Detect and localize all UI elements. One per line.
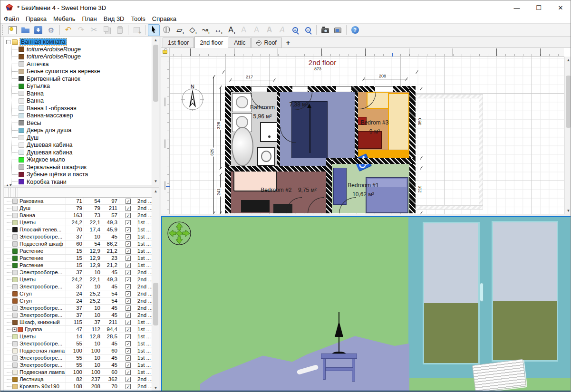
menu-item[interactable]: План: [78, 15, 100, 23]
add-furniture-button[interactable]: [131, 24, 143, 36]
window-icon[interactable]: [336, 86, 351, 92]
visible-checkbox[interactable]: [126, 313, 131, 318]
floor-tab[interactable]: 2nd floor: [194, 37, 228, 48]
plan-canvas[interactable]: 2nd floor N: [170, 57, 564, 214]
dresser-icon[interactable]: [241, 200, 270, 212]
floor-tab[interactable]: Attic: [229, 38, 251, 48]
dimension-line[interactable]: [213, 76, 214, 213]
cut-button[interactable]: ✂: [88, 24, 100, 36]
new-home-button[interactable]: [7, 24, 19, 36]
furniture-row[interactable]: + Электрообогре... 37 10 45 2nd ...: [4, 305, 159, 312]
catalog-item[interactable]: Душевая кабина: [12, 149, 152, 156]
scroll-up-icon[interactable]: ▲: [565, 57, 571, 64]
furniture-row[interactable]: + Подвесная лампа 100 100 60 1st ...: [4, 347, 159, 354]
visible-checkbox[interactable]: [126, 284, 131, 289]
plan-scrollbar[interactable]: ▲ ▼: [564, 57, 571, 214]
furniture-row[interactable]: + Подвесная лампа 100 100 60 1st ...: [4, 369, 159, 376]
room-label-bathroom[interactable]: Bathroom5,96 м²: [242, 103, 283, 121]
room-label-bedroom1[interactable]: Bedroom #110,62 м²: [337, 181, 389, 199]
photo-button[interactable]: [319, 24, 331, 36]
scroll-down-icon[interactable]: ▼: [152, 178, 159, 185]
toolbar-grip[interactable]: [2, 25, 5, 35]
catalog-item[interactable]: Аптечка: [12, 60, 152, 68]
floor-tab[interactable]: 1st floor: [163, 38, 194, 48]
catalog-item[interactable]: Душевая кабина: [12, 142, 152, 149]
visible-checkbox[interactable]: [126, 291, 131, 296]
furniture-row[interactable]: + Лестница 82 237 362 2nd ...: [4, 376, 159, 383]
furniture-catalog-tree[interactable]: − Ванная комната toitureArdoiseRouge toi…: [4, 37, 152, 185]
visible-checkbox[interactable]: [126, 320, 131, 325]
video-button[interactable]: [332, 24, 344, 36]
copy-button[interactable]: [101, 24, 113, 36]
column-header[interactable]: [16, 188, 18, 197]
create-rooms-tool[interactable]: ◇: [186, 24, 198, 36]
visible-checkbox[interactable]: [126, 306, 131, 311]
visible-checkbox[interactable]: [126, 377, 131, 382]
bold-button[interactable]: A: [263, 24, 275, 36]
visible-checkbox[interactable]: [126, 199, 131, 204]
visible-checkbox[interactable]: [126, 334, 131, 339]
menu-item[interactable]: Правка: [22, 15, 50, 23]
catalog-item[interactable]: Ванна: [12, 90, 152, 97]
visible-checkbox[interactable]: [126, 241, 131, 247]
furniture-row[interactable]: + Цветы 24,2 22,1 49,3 1st ...: [4, 219, 159, 226]
visible-checkbox[interactable]: [126, 213, 131, 218]
catalog-item[interactable]: toitureArdoiseRouge: [12, 46, 152, 53]
visible-checkbox[interactable]: [126, 363, 131, 368]
room-label-bedroom3[interactable]: Bedrom #39 м²: [353, 118, 396, 136]
create-dimensions-tool[interactable]: ↔: [212, 24, 224, 36]
furniture-row[interactable]: + Ванна 163 73 57 2nd ...: [4, 212, 159, 219]
window-icon[interactable]: [375, 86, 393, 92]
save-button[interactable]: [32, 24, 44, 36]
furniture-row[interactable]: + Электрообогре... 37 10 45 2nd ...: [4, 269, 159, 276]
preferences-button[interactable]: ⚙: [45, 24, 57, 36]
visible-checkbox[interactable]: [126, 263, 131, 268]
visible-checkbox[interactable]: [126, 249, 131, 254]
redo-button[interactable]: ↷: [75, 24, 87, 36]
room-label-hall[interactable]: 7,38 м²: [284, 100, 313, 109]
catalog-item[interactable]: Дверь для душа: [12, 127, 152, 134]
furniture-row[interactable]: + Стул 24 25,2 54 2nd ...: [4, 290, 159, 297]
catalog-item[interactable]: toitureArdoiseRouge: [12, 53, 152, 61]
scrollbar-thumb[interactable]: [153, 283, 158, 325]
dimension-line[interactable]: [363, 79, 407, 79]
menu-item[interactable]: Файл: [0, 15, 22, 23]
wall[interactable]: [326, 158, 416, 164]
furniture-row[interactable]: + Подвесной шкаф 60 54 86,2 1st ...: [4, 240, 159, 248]
3d-navigation-arrows[interactable]: [167, 221, 192, 246]
dimension-line[interactable]: [223, 72, 418, 72]
visible-checkbox[interactable]: [126, 298, 131, 304]
catalog-item[interactable]: Зубные щётки и паста: [12, 171, 152, 179]
visible-checkbox[interactable]: [126, 220, 131, 225]
furniture-row[interactable]: + Электрообогре... 37 10 45 2nd ...: [4, 283, 159, 290]
furniture-row[interactable]: + Электрообогре... 37 10 45 1st ...: [4, 233, 159, 240]
catalog-item[interactable]: Бритвенный станок: [12, 75, 152, 83]
scrollbar-thumb[interactable]: [566, 76, 571, 128]
furniture-row[interactable]: + Цветы 14 12,8 28,5 1st ...: [4, 333, 159, 340]
maximize-button[interactable]: ☐: [528, 0, 550, 15]
furniture-row[interactable]: + Плоский телев... 70 17,4 45,9 1st ...: [4, 226, 159, 233]
room-label-bedroom2[interactable]: Bedroom #2 9,75 м²: [248, 186, 329, 195]
furniture-row[interactable]: + Раковина 71 54 97 2nd ...: [4, 198, 159, 205]
visible-checkbox[interactable]: [126, 277, 131, 282]
help-button[interactable]: [349, 24, 361, 36]
catalog-item[interactable]: Коробка ткани: [12, 178, 152, 185]
menu-item[interactable]: Мебель: [50, 15, 79, 23]
add-floor-tab-button[interactable]: +: [282, 38, 294, 48]
catalog-item[interactable]: Белье сушится на веревке: [12, 68, 152, 76]
scrollbar-thumb[interactable]: [153, 45, 158, 102]
visible-checkbox[interactable]: [126, 355, 131, 361]
view-3d[interactable]: [161, 216, 571, 392]
wall[interactable]: [225, 166, 326, 172]
window-icon[interactable]: [252, 86, 267, 92]
visible-checkbox[interactable]: [126, 384, 131, 389]
catalog-item[interactable]: Душ: [12, 134, 152, 142]
catalog-item[interactable]: Весы: [12, 119, 152, 127]
furniture-row[interactable]: + Электрообогре... 55 10 45 1st ...: [4, 340, 159, 347]
wall[interactable]: [409, 86, 416, 213]
visible-checkbox[interactable]: [126, 256, 131, 261]
wall[interactable]: [225, 86, 231, 213]
furniture-row[interactable]: + Кровать 90x190 108 208 70 2nd ...: [4, 383, 159, 390]
compass-icon[interactable]: N: [180, 84, 205, 111]
furniture-table[interactable]: + Раковина 71 54 97 2nd ... + Душ: [4, 188, 159, 392]
